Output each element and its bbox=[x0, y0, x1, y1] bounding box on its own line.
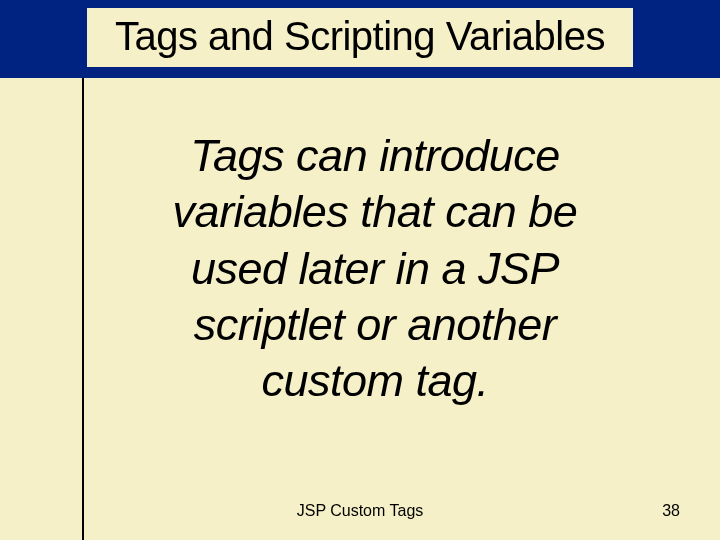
slide-body: Tags can introduce variables that can be… bbox=[140, 128, 610, 409]
vertical-divider bbox=[82, 78, 84, 540]
slide-title: Tags and Scripting Variables bbox=[87, 8, 633, 67]
page-number: 38 bbox=[662, 502, 680, 520]
title-bar: Tags and Scripting Variables bbox=[0, 0, 720, 78]
footer-title: JSP Custom Tags bbox=[297, 502, 424, 520]
